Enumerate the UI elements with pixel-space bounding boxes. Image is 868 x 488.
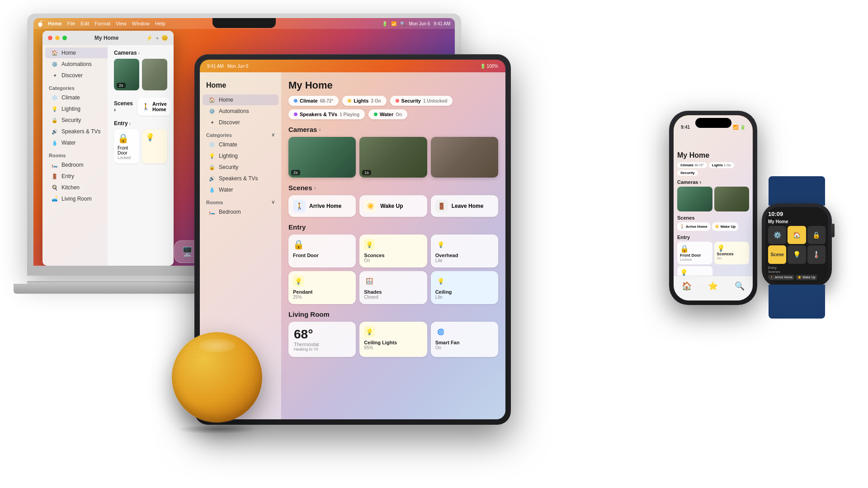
watch-cell-4[interactable]: Scene (768, 245, 786, 263)
iphone-front-door[interactable]: 🔒 Front Door Locked (677, 242, 712, 264)
chip-climate[interactable]: Climate 68-72° (288, 96, 339, 106)
mac-main-content: Cameras› 2s Scenes › (108, 45, 174, 266)
ipad-scene-leave[interactable]: 🚪 Leave Home (431, 195, 498, 217)
iphone-scenes-title: Scenes (677, 215, 749, 221)
ipad-sconces[interactable]: 💡 Sconces On (359, 235, 427, 267)
water-icon: 💧 (52, 140, 58, 146)
front-door-device[interactable]: 🔒 Front Door Locked (114, 129, 139, 164)
tab-favorites[interactable]: ⭐ (708, 281, 718, 291)
watch-cell-2[interactable]: 🏠 (788, 226, 806, 244)
bedroom-icon: 🛏️ (52, 162, 58, 168)
ipad-water[interactable]: 💧 Water (203, 184, 278, 195)
mac-cameras-grid: 2s (114, 59, 167, 90)
chip-speakers-label: Speakers & TVs (300, 112, 337, 117)
iphone-sconces[interactable]: 💡 Sconces On (714, 242, 750, 264)
tab-home[interactable]: 🏠 (682, 281, 692, 291)
ipad-living-room-grid: 68° Thermostat Heating to 70 💡 Ceiling L… (288, 322, 498, 357)
chip-water[interactable]: Water On (368, 109, 407, 119)
menubar-view[interactable]: View (116, 21, 127, 26)
ipad-statusbar: 9:41 AM Mon Jun 6 🔋 100% (200, 60, 505, 72)
ipad-security[interactable]: 🔒 Security (203, 162, 278, 173)
ipad-smart-fan[interactable]: 🌀 Smart Fan On (431, 322, 498, 357)
ipad-overhead[interactable]: 💡 Overhead Lite (431, 235, 498, 267)
macbook-app-window: My Home ⚡ ＋ 😊 🏠 Home (42, 31, 174, 266)
ipad-shades[interactable]: 🪟 Shades Closed (359, 271, 427, 304)
ipad-entry-title: Entry (288, 223, 498, 231)
entry-sconces[interactable]: 💡 (142, 129, 167, 164)
menubar-home[interactable]: Home (48, 21, 62, 26)
ipad-scene-wakeup[interactable]: ☀️ Wake Up (359, 195, 427, 217)
iphone-camera-yard[interactable] (714, 187, 750, 211)
ipad-scene-arrive[interactable]: 🚶 Arrive Home (288, 195, 356, 217)
tab-discover[interactable]: 🔍 (735, 281, 745, 291)
menubar-edit[interactable]: Edit (80, 21, 89, 26)
ipad-camera-pool[interactable]: 2s (288, 137, 356, 178)
apple-watch: 10:09 My Home ⚙️ 🏠 🔒 Scene 💡 🌡️ Entry Sc… (762, 203, 832, 287)
ceiling-status: Lite (435, 295, 494, 300)
homepod-mini (172, 332, 262, 434)
watch-cell-1[interactable]: ⚙️ (768, 226, 786, 244)
sconces-icon: 💡 (146, 133, 164, 141)
iphone-chip-security[interactable]: Security (677, 170, 698, 176)
ipad-camera-interior[interactable] (431, 137, 498, 178)
chip-water-sub: On (396, 112, 402, 117)
chip-speakers-sub: 1 Playing (340, 112, 359, 117)
ipad-climate[interactable]: ❄️ Climate (203, 139, 278, 150)
watch-crown (831, 224, 835, 237)
iphone-time: 9:41 (681, 125, 690, 130)
ipad-bedroom[interactable]: 🛏️ Bedroom (203, 206, 278, 217)
watch-arrive-home[interactable]: 🚶 Arrive Home (768, 275, 794, 280)
camera-pool[interactable]: 2s (114, 59, 139, 90)
sconces-name: Sconces (364, 253, 422, 258)
kitchen-icon: 🍳 (52, 184, 58, 191)
ipad-ceiling-lights[interactable]: 💡 Ceiling Lights 95% (359, 322, 427, 357)
watch-cell-5[interactable]: 💡 (788, 245, 806, 263)
home-icon: 🏠 (52, 50, 58, 56)
ipad-water-icon: 💧 (209, 187, 215, 193)
iphone-chip-climate[interactable]: Climate 68-72° (677, 162, 707, 168)
ipad-pendant[interactable]: 💡 Pendant 25% (288, 271, 356, 304)
close-button[interactable] (48, 36, 52, 40)
ipad-sidebar-discover[interactable]: ✦ Discover (203, 117, 278, 128)
menubar-search-icon[interactable]: 🔍 (400, 21, 406, 26)
sidebar-security-label: Security (61, 117, 81, 123)
chip-speakers[interactable]: Speakers & TVs 1 Playing (288, 109, 365, 119)
ipad-camera-yard[interactable]: 1s (359, 137, 427, 178)
mac-cameras-title: Cameras› (114, 50, 167, 56)
iphone-home-app: 9:41 📶 🔋 My Home Climate 68-72° Lights 3… (674, 115, 753, 300)
ipad-speakers[interactable]: 🔊 Speakers & TVs (203, 173, 278, 184)
iphone-chip-lights[interactable]: Lights 3 On (709, 162, 734, 168)
minimize-button[interactable] (55, 36, 60, 40)
watch-wake-icon: ☀️ (797, 276, 802, 279)
menubar-file[interactable]: File (67, 21, 75, 26)
menubar-window[interactable]: Window (132, 21, 150, 26)
menubar-help[interactable]: Help (155, 21, 165, 26)
ipad-lighting[interactable]: 💡 Lighting (203, 150, 278, 161)
iphone-scene-wakeup[interactable]: ☀️ Wake Up (712, 222, 739, 231)
menubar-format[interactable]: Format (94, 21, 110, 26)
watch-scene-buttons: 🚶 Arrive Home ☀️ Wake Up (768, 275, 826, 280)
chip-lights[interactable]: Lights 3 On (342, 96, 386, 106)
dock-finder[interactable]: 🖥️ (179, 244, 195, 260)
speakers-icon: 🔊 (52, 128, 58, 135)
watch-cell-6[interactable]: 🌡️ (807, 245, 826, 263)
camera-yard[interactable] (142, 59, 167, 90)
ipad-sidebar-automations[interactable]: ⚙️ Automations (203, 106, 278, 117)
entry-icon: 🚪 (52, 173, 58, 179)
ipad-front-door[interactable]: 🔒 Front Door (288, 235, 356, 267)
iphone-camera-pool[interactable] (677, 187, 712, 211)
ipad-sidebar-home[interactable]: 🏠 Home (203, 94, 278, 105)
mac-scene-arrive-home[interactable]: 🚶 Arrive Home (137, 98, 171, 116)
fullscreen-button[interactable] (62, 36, 67, 40)
ipad-ceiling[interactable]: 💡 Ceiling Lite (431, 271, 498, 304)
ipad-cameras-title: Cameras › (288, 126, 498, 133)
chip-security[interactable]: Security 1 Unlocked (390, 96, 453, 106)
menubar-wifi-icon: 📶 (391, 21, 396, 26)
iphone-scene-arrive[interactable]: 🚶 Arrive Home (677, 222, 710, 231)
menubar-datetime: Mon Jun 6 (409, 21, 430, 26)
watch-cell-3[interactable]: 🔒 (807, 226, 826, 244)
watch-band-bottom (769, 285, 825, 319)
ipad-thermostat[interactable]: 68° Thermostat Heating to 70 (288, 322, 356, 357)
iphone-sconces-icon: 💡 (717, 244, 747, 252)
watch-wake-up[interactable]: ☀️ Wake Up (796, 275, 817, 280)
